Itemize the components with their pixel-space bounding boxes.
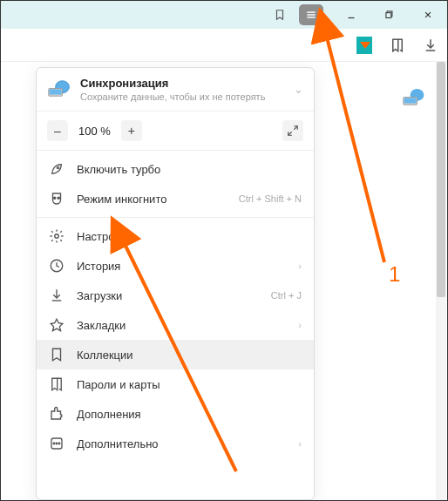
svg-point-25 <box>53 443 55 444</box>
menu-item-passwords[interactable]: Пароли и карты <box>37 369 314 399</box>
svg-rect-13 <box>50 89 62 94</box>
clock-icon <box>49 258 64 274</box>
chevron-right-icon: › <box>298 320 302 330</box>
menu-label: Дополнения <box>77 408 302 421</box>
incognito-icon <box>49 191 64 206</box>
globe-monitor-icon <box>402 88 426 109</box>
menu-label: Режим инкогнито <box>77 193 227 206</box>
menu-label: История <box>77 260 286 273</box>
menu-label: Загрузки <box>77 289 259 302</box>
download-icon <box>49 288 64 303</box>
menu-label: Пароли и карты <box>77 378 302 391</box>
svg-point-17 <box>54 197 56 199</box>
zoom-out-button[interactable]: – <box>47 120 68 141</box>
collections-icon <box>49 347 64 362</box>
chevron-right-icon: › <box>298 438 302 449</box>
svg-point-27 <box>58 443 60 444</box>
menu-item-collections[interactable]: Коллекции <box>37 340 314 369</box>
svg-marker-23 <box>51 319 63 331</box>
menu-divider <box>37 217 314 218</box>
menu-label: Настройки <box>77 230 302 243</box>
rocket-icon <box>49 161 64 177</box>
menu-item-settings[interactable]: Настройки <box>37 221 314 251</box>
svg-point-26 <box>56 443 58 444</box>
gear-icon <box>49 228 64 244</box>
star-icon <box>49 317 64 333</box>
svg-line-15 <box>288 132 292 135</box>
menu-item-more[interactable]: Дополнительно › <box>37 429 314 458</box>
chevron-down-icon: ⌄ <box>294 83 303 96</box>
minimize-button[interactable] <box>332 1 370 29</box>
menu-label: Дополнительно <box>77 437 286 450</box>
svg-rect-5 <box>386 13 391 18</box>
sync-globe-icon <box>47 79 71 100</box>
scroll-thumb[interactable] <box>437 62 445 297</box>
zoom-value: 100 % <box>78 125 111 138</box>
menu-label: Закладки <box>77 319 286 332</box>
menu-label: Коллекции <box>77 349 302 362</box>
menu-item-history[interactable]: История › <box>37 251 314 281</box>
sync-subtitle: Сохраните данные, чтобы их не потерять <box>80 91 285 102</box>
hamburger-menu-button[interactable] <box>299 4 323 25</box>
svg-point-16 <box>57 166 58 168</box>
browser-toolbar <box>1 29 447 62</box>
key-icon <box>49 376 64 392</box>
zoom-in-button[interactable]: + <box>121 120 142 141</box>
svg-line-14 <box>294 126 297 130</box>
fullscreen-button[interactable] <box>282 120 303 141</box>
close-button[interactable] <box>409 1 447 29</box>
window-titlebar <box>1 1 447 29</box>
svg-point-18 <box>58 197 59 199</box>
menu-item-turbo[interactable]: Включить турбо <box>37 154 314 184</box>
yandex-logo-icon[interactable] <box>356 37 372 53</box>
collections-toolbar-icon[interactable] <box>390 37 405 53</box>
maximize-button[interactable] <box>370 1 409 29</box>
menu-shortcut: Ctrl + Shift + N <box>239 193 302 204</box>
menu-shortcut: Ctrl + J <box>271 290 302 301</box>
annotation-label-1: 1 <box>389 262 400 287</box>
menu-item-addons[interactable]: Дополнения <box>37 399 314 429</box>
svg-rect-30 <box>404 98 417 103</box>
menu-label: Включить турбо <box>77 163 302 176</box>
sync-card[interactable]: Синхронизация Сохраните данные, чтобы их… <box>37 68 314 112</box>
svg-point-19 <box>55 234 59 239</box>
downloads-toolbar-icon[interactable] <box>423 37 438 53</box>
page-content-area <box>315 62 447 500</box>
menu-item-downloads[interactable]: Загрузки Ctrl + J <box>37 281 314 310</box>
more-icon <box>49 436 64 451</box>
sync-title: Синхронизация <box>80 77 285 90</box>
puzzle-icon <box>49 406 64 422</box>
bookmark-icon[interactable] <box>261 1 299 29</box>
vertical-scrollbar[interactable] <box>436 62 446 500</box>
menu-item-bookmarks[interactable]: Закладки › <box>37 310 314 340</box>
zoom-row: – 100 % + <box>37 112 314 151</box>
main-menu-panel: Синхронизация Сохраните данные, чтобы их… <box>36 67 315 500</box>
chevron-right-icon: › <box>298 261 302 271</box>
menu-item-incognito[interactable]: Режим инкогнито Ctrl + Shift + N <box>37 184 314 213</box>
